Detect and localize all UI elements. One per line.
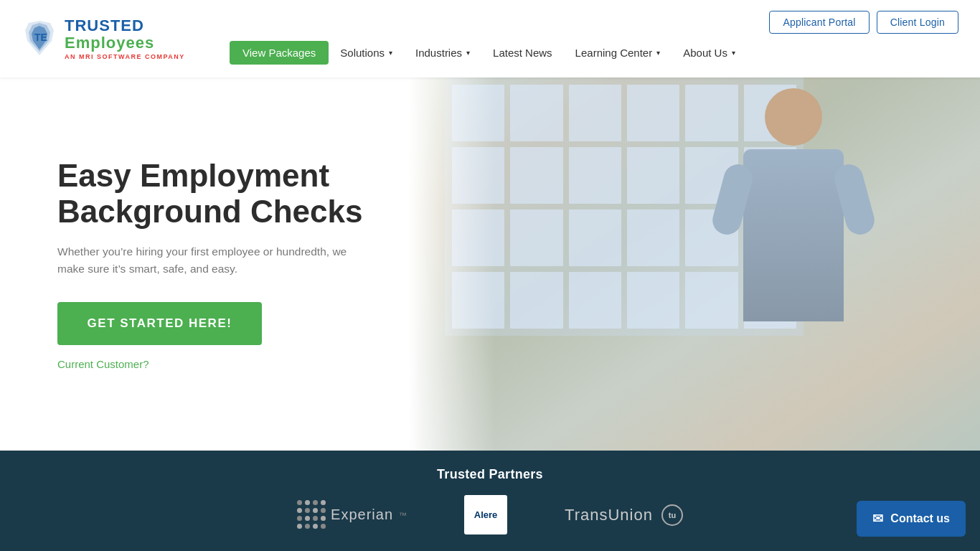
window-pane [627,147,679,204]
window-pane [569,85,621,141]
window-pane [452,147,504,204]
logo-icon: TE [22,19,57,59]
dot [305,500,310,505]
window-pane [627,272,679,329]
experian-logo: Experian ™ [297,500,407,529]
partners-logos: Experian ™ Alere TransUnion tu [43,495,937,534]
transunion-logo: TransUnion tu [565,504,683,526]
dot [321,500,326,505]
nav-label-view-packages: View Packages [242,47,316,59]
window-pane [510,147,562,204]
alere-logo: Alere [464,495,507,534]
window-pane [627,209,679,266]
main-nav: View Packages Solutions ▾ Industries ▾ L… [230,41,747,77]
dot [305,524,310,529]
person-head [765,88,822,146]
contact-us-button[interactable]: ✉ Contact us [857,501,966,537]
nav-label-industries: Industries [415,47,462,59]
window-pane [569,147,621,204]
person-arm-left [710,161,756,238]
svg-text:TE: TE [34,32,47,43]
window-pane [452,209,504,266]
nav-item-view-packages[interactable]: View Packages [230,41,329,65]
window-pane [510,209,562,266]
experian-dots-icon [297,500,326,529]
person-body [743,149,844,321]
dot [305,508,310,513]
logo-trusted: TRUSTED [65,17,185,34]
dot [321,516,326,521]
partners-section: Trusted Partners Exper [0,451,980,551]
nav-label-about-us: About Us [683,47,727,59]
header-buttons: Applicant Portal Client Login [769,11,958,34]
dot [313,516,318,521]
chevron-down-icon: ▾ [466,49,470,57]
logo-sub: AN MRI SOFTWARE COMPANY [65,53,185,60]
dot [297,516,302,521]
partners-title: Trusted Partners [437,467,543,482]
window-pane [452,85,504,141]
window-pane [510,85,562,141]
window-pane [569,209,621,266]
window-pane [627,85,679,141]
dot [297,508,302,513]
nav-label-solutions: Solutions [340,47,385,59]
dot [321,508,326,513]
transunion-tu-icon: tu [661,504,683,526]
transunion-text: TransUnion [565,506,653,524]
window-pane [452,272,504,329]
client-login-button[interactable]: Client Login [877,11,958,34]
nav-item-latest-news[interactable]: Latest News [481,41,564,65]
alere-box: Alere [464,495,507,534]
dot [305,516,310,521]
hero-content: Easy Employment Background Checks Whethe… [0,77,409,451]
logo-text-block: TRUSTED Employees AN MRI SOFTWARE COMPAN… [65,17,185,60]
hero-section: Easy Employment Background Checks Whethe… [0,77,980,451]
get-started-button[interactable]: GET STARTED HERE! [57,302,262,345]
chevron-down-icon: ▾ [389,49,392,57]
dot [313,500,318,505]
hero-image-container [409,77,980,451]
envelope-icon: ✉ [872,511,883,527]
window-pane [569,272,621,329]
nav-item-industries[interactable]: Industries ▾ [404,41,481,65]
nav-item-about-us[interactable]: About Us ▾ [672,41,747,65]
hero-subtitle: Whether you’re hiring your first employe… [57,243,366,278]
nav-label-learning-center: Learning Center [575,47,653,59]
window-pane [510,272,562,329]
contact-us-label: Contact us [890,512,950,525]
hero-title: Easy Employment Background Checks [57,158,366,230]
experian-text: Experian [331,507,393,523]
dot [321,524,326,529]
hero-image [409,77,980,451]
dot [297,500,302,505]
nav-item-solutions[interactable]: Solutions ▾ [329,41,404,65]
logo-employees: Employees [65,34,185,52]
header: TE TRUSTED Employees AN MRI SOFTWARE COM… [0,0,980,77]
applicant-portal-button[interactable]: Applicant Portal [769,11,869,34]
dot [313,524,318,529]
alere-text: Alere [474,509,498,520]
dot [313,508,318,513]
logo-area: TE TRUSTED Employees AN MRI SOFTWARE COM… [22,17,222,60]
chevron-down-icon: ▾ [656,49,660,57]
nav-label-latest-news: Latest News [493,47,552,59]
dot [297,524,302,529]
nav-item-learning-center[interactable]: Learning Center ▾ [564,41,672,65]
current-customer-link[interactable]: Current Customer? [57,358,366,370]
experian-trademark: ™ [399,511,407,519]
chevron-down-icon: ▾ [732,49,735,57]
person-arm-right [831,161,878,238]
hero-person-figure [707,88,880,440]
